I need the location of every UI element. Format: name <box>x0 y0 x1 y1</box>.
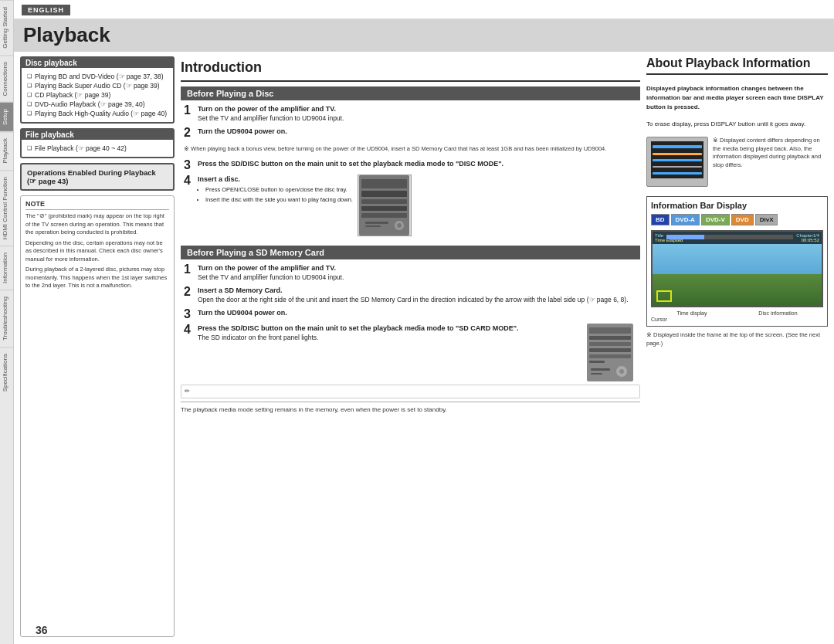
step-content: Turn on the power of the amplifier and T… <box>198 104 637 124</box>
format-tab-divx: DivX <box>755 214 778 225</box>
step-number: 3 <box>184 159 195 171</box>
svg-point-7 <box>397 223 402 228</box>
operations-box: Operations Enabled During Playback (☞ pa… <box>20 163 175 191</box>
svg-rect-14 <box>589 348 631 352</box>
introduction-title: Introduction <box>181 56 640 82</box>
operations-title: Operations Enabled During Playback (☞ pa… <box>27 168 168 185</box>
page-number: 36 <box>36 624 48 636</box>
middle-column: Introduction Before Playing a Disc 1 Tur… <box>181 56 640 637</box>
tv-overlay-bar: Title Chapter 1/4 Time Elapsed 00:05:52 <box>653 232 822 244</box>
step-content: Turn on the power of the amplifier and T… <box>198 263 637 283</box>
about-note: ※ Displayed content differs depending on… <box>713 137 828 169</box>
note-box: NOTE The "⊘" (prohibited mark) may appea… <box>20 195 175 637</box>
sidebar-item-getting-started[interactable]: Getting Started <box>0 0 13 55</box>
display-row <box>653 145 702 148</box>
step-number: 4 <box>184 175 195 187</box>
sidebar: Getting Started Connections Setup Playba… <box>0 0 14 644</box>
file-playback-list: File Playback (☞ page 40 ~ 42) <box>27 144 168 153</box>
page-title: Playback <box>14 19 834 52</box>
step-content: Turn the UD9004 power on. <box>198 308 637 318</box>
erase-note: To erase display, press DISPLAY button u… <box>646 120 828 129</box>
step-1: 1 Turn on the power of the amplifier and… <box>184 104 637 124</box>
before-disc-steps-2: 3 Press the SD/DISC button on the main u… <box>181 159 640 239</box>
display-row <box>653 172 702 175</box>
display-image-area: ※ Displayed content differs depending on… <box>646 137 828 187</box>
svg-rect-9 <box>365 225 381 227</box>
format-tab-bd: BD <box>651 214 670 225</box>
svg-rect-12 <box>589 336 631 340</box>
bullet-item: Insert the disc with the side you want t… <box>205 196 353 205</box>
right-note: ※ Displayed inside the frame at the top … <box>646 331 828 347</box>
disc-info-label: Disc information <box>758 310 797 316</box>
right-column: About Playback Information Displayed pla… <box>646 56 828 637</box>
bullet-item: Press OPEN/CLOSE button to open/close th… <box>205 186 353 195</box>
note-item: Depending on the disc, certain operation… <box>25 239 169 264</box>
sidebar-item-connections[interactable]: Connections <box>0 55 13 102</box>
display-row <box>653 159 702 161</box>
sd-device-image <box>587 324 637 381</box>
tv-image: Title Chapter 1/4 Time Elapsed 00:05:52 <box>651 230 823 307</box>
step-content: Press the SD/DISC button on the main uni… <box>198 324 582 343</box>
cursor-indicator <box>656 290 672 302</box>
file-playback-box: File playback File Playback (☞ page 40 ~… <box>20 128 175 158</box>
sidebar-item-playback[interactable]: Playback <box>0 131 13 169</box>
step-number: 2 <box>184 286 195 298</box>
svg-rect-11 <box>589 327 631 334</box>
format-tab-dvdv: DVD-V <box>701 214 730 225</box>
sd-step-2: 2 Insert a SD Memory Card. Open the door… <box>184 286 637 305</box>
svg-rect-20 <box>591 373 602 375</box>
list-item: DVD-Audio Playback (☞ page 39, 40) <box>27 100 168 109</box>
about-title: About Playback Information <box>646 56 828 75</box>
step-2: 2 Turn the UD9004 power on. <box>184 127 637 139</box>
sidebar-item-specifications[interactable]: Specifications <box>0 347 13 398</box>
language-badge: ENGLISH <box>22 5 70 15</box>
svg-rect-3 <box>361 199 407 204</box>
before-sd-header: Before Playing a SD Memory Card <box>181 246 640 259</box>
display-row <box>653 166 702 168</box>
disc-playback-box: Disc playback Playing BD and DVD-Video (… <box>20 56 175 124</box>
sd-step-4: 4 Press the SD/DISC button on the main u… <box>184 324 582 343</box>
cursor-label: Cursor <box>651 317 823 322</box>
before-sd-steps: 1 Turn on the power of the amplifier and… <box>181 263 640 381</box>
step-number: 2 <box>184 127 195 139</box>
step-number: 1 <box>184 104 195 117</box>
file-playback-title: File playback <box>22 130 173 140</box>
step-4: 4 Insert a disc. Press OPEN/CLOSE button… <box>184 175 637 236</box>
info-bar-title: Information Bar Display <box>651 201 823 210</box>
step-with-image: Insert a disc. Press OPEN/CLOSE button t… <box>198 175 412 236</box>
progress-bar <box>666 235 793 239</box>
sd-step-4-wrapper: 4 Press the SD/DISC button on the main u… <box>184 324 637 381</box>
note-title: NOTE <box>25 200 169 210</box>
time-value: 00:05:52 <box>802 238 819 242</box>
svg-rect-15 <box>589 354 631 358</box>
note-item: The "⊘" (prohibited mark) may appear on … <box>25 212 169 237</box>
format-tabs: BD DVD-A DVD-V DVD DivX <box>651 214 823 225</box>
step-content: Press the SD/DISC button on the main uni… <box>198 159 637 169</box>
display-row <box>653 153 702 155</box>
list-item: Playing Back Super Audio CD (☞ page 39) <box>27 81 168 90</box>
tv-labels: Time display Disc information <box>651 310 823 316</box>
format-tab-dvd: DVD <box>731 214 754 225</box>
main-content: ENGLISH Playback Disc playback Playing B… <box>14 0 834 644</box>
before-disc-header: Before Playing a Disc <box>181 86 640 100</box>
pencil-note: ✏ <box>181 385 640 399</box>
before-disc-steps: 1 Turn on the power of the amplifier and… <box>181 104 640 142</box>
step-content: Insert a SD Memory Card. Open the door a… <box>198 286 637 305</box>
display-device <box>646 137 708 187</box>
list-item: Playing BD and DVD-Video (☞ page 37, 38) <box>27 72 168 81</box>
step-number: 4 <box>184 324 195 336</box>
sidebar-item-setup[interactable]: Setup <box>0 102 13 131</box>
svg-rect-4 <box>361 206 407 211</box>
sidebar-item-troubleshooting[interactable]: Troubleshooting <box>0 290 13 347</box>
step-3: 3 Press the SD/DISC button on the main u… <box>184 159 637 171</box>
disc-playback-list: Playing BD and DVD-Video (☞ page 37, 38)… <box>27 72 168 118</box>
list-item: File Playback (☞ page 40 ~ 42) <box>27 144 168 153</box>
disc-playback-title: Disc playback <box>22 58 173 68</box>
step-bullets: Press OPEN/CLOSE button to open/close th… <box>198 186 353 204</box>
sidebar-item-hdmi[interactable]: HDMI Control Function <box>0 170 13 246</box>
svg-rect-8 <box>365 222 388 224</box>
about-description: Displayed playback information changes b… <box>646 84 828 112</box>
left-column: Disc playback Playing BD and DVD-Video (… <box>20 56 175 637</box>
sidebar-item-information[interactable]: Information <box>0 246 13 290</box>
svg-rect-5 <box>361 213 407 218</box>
